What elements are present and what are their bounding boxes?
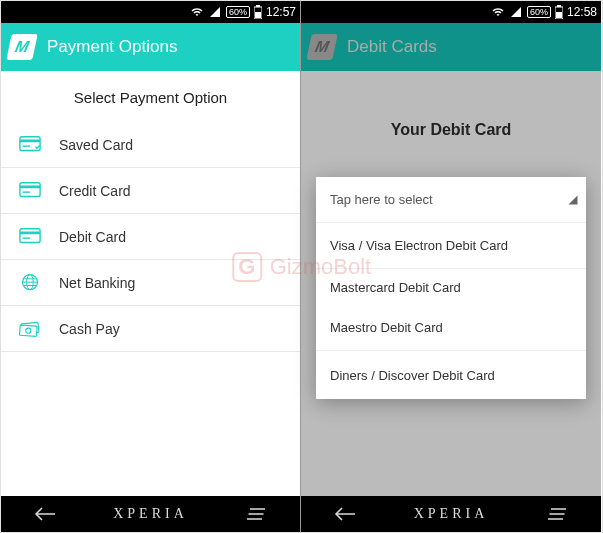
nav-menu-button[interactable] [236, 508, 276, 520]
svg-rect-2 [255, 12, 261, 18]
nav-menu-button[interactable] [537, 508, 577, 520]
screen-debit-cards: 60% 12:58 M Debit Cards Your Debit Card … [301, 1, 601, 532]
svg-rect-25 [557, 5, 561, 7]
credit-card-icon [19, 181, 41, 201]
signal-icon [208, 6, 222, 18]
option-debit-card[interactable]: Debit Card [1, 214, 300, 260]
back-arrow-icon [334, 507, 356, 521]
popup-item-diners[interactable]: Diners / Discover Debit Card [316, 351, 586, 399]
screen-payment-options: 60% 12:57 M Payment Options Select Payme… [1, 1, 301, 532]
svg-rect-4 [20, 139, 40, 142]
nav-home-button[interactable]: XPERIA [113, 506, 188, 522]
net-banking-icon [19, 273, 41, 293]
battery-level: 60% [226, 6, 250, 18]
svg-rect-7 [20, 185, 40, 188]
popup-scrim[interactable]: Tap here to select Visa / Visa Electron … [301, 71, 601, 496]
app-logo-icon[interactable]: M [6, 34, 38, 60]
app-bar: M Debit Cards [301, 23, 601, 71]
svg-rect-1 [256, 5, 260, 7]
option-label: Debit Card [59, 229, 126, 245]
svg-rect-8 [23, 191, 30, 192]
status-bar: 60% 12:58 [301, 1, 601, 23]
nav-back-button[interactable] [325, 507, 365, 521]
signal-icon [509, 6, 523, 18]
svg-rect-11 [23, 237, 30, 238]
section-header: Select Payment Option [1, 71, 300, 122]
wifi-icon [190, 6, 204, 18]
option-cash-pay[interactable]: Cash Pay [1, 306, 300, 352]
battery-level: 60% [527, 6, 551, 18]
option-label: Credit Card [59, 183, 131, 199]
option-net-banking[interactable]: Net Banking [1, 260, 300, 306]
nav-bar: XPERIA [301, 496, 601, 532]
app-bar: M Payment Options [1, 23, 300, 71]
popup-item-label: Diners / Discover Debit Card [330, 368, 495, 383]
clock: 12:58 [567, 5, 597, 19]
popup-item-label: Visa / Visa Electron Debit Card [330, 238, 508, 253]
svg-rect-26 [556, 12, 562, 18]
svg-rect-9 [20, 228, 40, 242]
cash-pay-icon [19, 319, 41, 339]
option-credit-card[interactable]: Credit Card [1, 168, 300, 214]
svg-rect-10 [20, 231, 40, 234]
debit-card-icon [19, 227, 41, 247]
battery-icon [555, 5, 563, 19]
popup-header-label: Tap here to select [330, 192, 433, 207]
popup-item-maestro[interactable]: Maestro Debit Card [316, 305, 586, 351]
content-area: Select Payment Option Saved Card Credit … [1, 71, 300, 496]
svg-rect-5 [23, 145, 30, 146]
nav-home-button[interactable]: XPERIA [414, 506, 489, 522]
popup-item-label: Maestro Debit Card [330, 320, 443, 335]
app-logo-icon[interactable]: M [306, 34, 338, 60]
popup-header[interactable]: Tap here to select [316, 177, 586, 223]
svg-rect-18 [20, 325, 38, 336]
svg-rect-6 [20, 182, 40, 196]
menu-icon [247, 508, 265, 520]
popup-item-visa[interactable]: Visa / Visa Electron Debit Card [316, 223, 586, 269]
card-select-popup: Tap here to select Visa / Visa Electron … [316, 177, 586, 399]
option-label: Saved Card [59, 137, 133, 153]
status-bar: 60% 12:57 [1, 1, 300, 23]
nav-bar: XPERIA [1, 496, 300, 532]
popup-item-mastercard[interactable]: Mastercard Debit Card [316, 269, 586, 305]
menu-icon [548, 508, 566, 520]
option-label: Net Banking [59, 275, 135, 291]
nav-back-button[interactable] [25, 507, 65, 521]
wifi-icon [491, 6, 505, 18]
app-bar-title: Payment Options [47, 37, 177, 57]
app-bar-title: Debit Cards [347, 37, 437, 57]
option-saved-card[interactable]: Saved Card [1, 122, 300, 168]
battery-icon [254, 5, 262, 19]
saved-card-icon [19, 135, 41, 155]
back-arrow-icon [34, 507, 56, 521]
popup-item-label: Mastercard Debit Card [330, 280, 461, 295]
chevron-down-icon [568, 195, 578, 205]
clock: 12:57 [266, 5, 296, 19]
option-label: Cash Pay [59, 321, 120, 337]
